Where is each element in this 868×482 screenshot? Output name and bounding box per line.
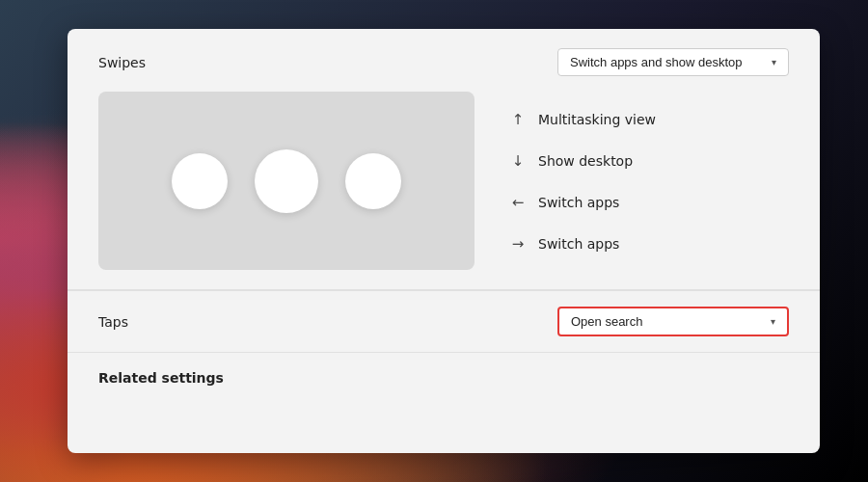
swipes-dropdown-chevron: ▾ — [772, 57, 776, 67]
swipes-content: ↑ Multitasking view ↓ Show desktop ← Swi… — [98, 92, 789, 270]
option-switch-apps-left: Switch apps — [538, 195, 619, 210]
touchpad-visual — [98, 92, 475, 270]
taps-dropdown-value: Open search — [571, 314, 642, 329]
related-settings-section: Related settings — [68, 352, 820, 402]
taps-label: Taps — [98, 314, 128, 330]
swipe-options-list: ↑ Multitasking view ↓ Show desktop ← Swi… — [505, 92, 789, 265]
swipes-section: Swipes Switch apps and show desktop ▾ ↑ … — [68, 29, 820, 290]
option-show-desktop: Show desktop — [538, 153, 633, 169]
taps-section: Taps Open search ▾ — [68, 290, 820, 352]
swipes-dropdown-value: Switch apps and show desktop — [570, 55, 743, 69]
arrow-right-icon: → — [509, 235, 527, 253]
taps-dropdown-chevron: ▾ — [771, 316, 775, 327]
settings-panel: Swipes Switch apps and show desktop ▾ ↑ … — [68, 29, 820, 453]
finger-dot-right — [345, 153, 401, 209]
taps-dropdown[interactable]: Open search ▾ — [557, 307, 789, 336]
arrow-left-icon: ← — [509, 194, 527, 211]
arrow-down-icon: ↓ — [509, 152, 527, 170]
option-switch-apps-right: Switch apps — [538, 236, 619, 252]
swipes-dropdown[interactable]: Switch apps and show desktop ▾ — [557, 48, 789, 76]
finger-dot-left — [172, 153, 228, 209]
arrow-up-icon: ↑ — [509, 111, 527, 128]
swipes-label: Swipes — [98, 55, 146, 70]
related-settings-label: Related settings — [98, 370, 224, 386]
list-item: ↑ Multitasking view — [505, 99, 789, 141]
list-item: ↓ Show desktop — [505, 141, 789, 182]
list-item: → Switch apps — [505, 224, 789, 265]
finger-dot-middle — [255, 149, 318, 213]
swipes-header-row: Swipes Switch apps and show desktop ▾ — [98, 48, 789, 76]
option-multitasking: Multitasking view — [538, 112, 656, 127]
list-item: ← Switch apps — [505, 182, 789, 224]
